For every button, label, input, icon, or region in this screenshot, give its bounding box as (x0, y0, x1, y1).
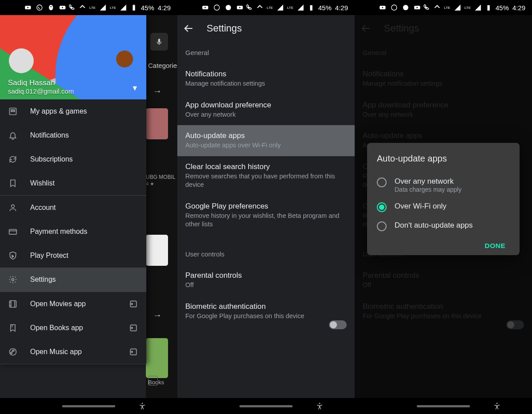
drawer-header[interactable]: Sadiq Hassan sadiq.012@gmail.com ▼ (0, 15, 146, 99)
book-icon (8, 323, 18, 333)
svg-point-30 (226, 5, 231, 10)
svg-point-1 (37, 5, 42, 10)
status-bar: LTE LTE 45% 4:29 (0, 0, 177, 15)
accessibility-icon[interactable] (493, 401, 501, 411)
shield-icon (8, 251, 18, 260)
radio-dont-update[interactable]: Don't auto-update apps (377, 217, 510, 236)
battery-text: 45% (141, 4, 154, 12)
wifi-icon (434, 4, 441, 11)
youtube-icon (202, 4, 209, 11)
signal-icon-2 (474, 4, 481, 11)
signal-icon (277, 4, 284, 11)
svg-point-27 (142, 403, 143, 404)
battery-icon (130, 4, 137, 11)
app-bar: Settings (177, 15, 355, 42)
system-navbar (0, 398, 177, 414)
radio-icon-selected (377, 202, 387, 212)
whatsapp-icon (36, 4, 43, 11)
nav-account[interactable]: Account (0, 196, 146, 220)
system-navbar (177, 398, 355, 414)
home-pill[interactable] (62, 405, 115, 407)
music-icon (8, 347, 18, 357)
biometric-switch[interactable] (329, 320, 347, 329)
svg-rect-5 (158, 39, 160, 43)
arrow-icon-2: → (153, 310, 162, 320)
battery-icon (485, 4, 492, 11)
signal-icon (454, 4, 461, 11)
radio-wifi-only[interactable]: Over Wi-Fi only (377, 197, 510, 217)
svg-point-12 (14, 111, 15, 112)
done-button[interactable]: DONE (480, 238, 510, 253)
status-bar: LTE LTE 45% 4:29 (355, 0, 532, 15)
setting-notifications[interactable]: NotificationsManage notification setting… (177, 63, 355, 95)
card-icon (8, 227, 18, 237)
avatar-secondary[interactable] (116, 51, 133, 67)
nav-label: Payment methods (30, 228, 87, 236)
pane-settings: LTE LTE 45% 4:29 Settings General Notifi… (177, 0, 355, 414)
setting-play-prefs[interactable]: Google Play preferencesRemove history in… (177, 196, 355, 235)
svg-point-35 (391, 5, 397, 10)
nav-label: Open Books app (30, 324, 83, 332)
back-button[interactable] (184, 23, 194, 34)
nav-open-books[interactable]: Open Books app (0, 316, 146, 340)
svg-point-39 (497, 403, 498, 404)
setting-auto-update[interactable]: Auto-update appsAuto-update apps over Wi… (177, 125, 355, 156)
setting-download-pref[interactable]: App download preferenceOver any network (177, 95, 355, 126)
section-user-controls: User controls (177, 243, 355, 265)
whatsapp-icon (391, 4, 398, 11)
uc-icon (225, 4, 232, 11)
nav-open-movies[interactable]: Open Movies app (0, 292, 146, 316)
youtube-icon (379, 4, 386, 11)
accessibility-icon[interactable] (316, 401, 324, 411)
system-navbar (355, 398, 532, 414)
nav-label: My apps & games (30, 107, 87, 115)
wifi-icon (79, 4, 86, 11)
youtube-icon (24, 4, 31, 11)
pane-drawer: LTE LTE 45% 4:29 Categories → UBG MOBIL … (0, 0, 177, 414)
avatar-main[interactable] (9, 48, 34, 73)
bookmark-icon (8, 178, 18, 188)
dialog-title: Auto-update apps (377, 154, 510, 164)
youtube-icon-2 (59, 4, 66, 11)
svg-rect-17 (10, 301, 16, 308)
nav-payment[interactable]: Payment methods (0, 220, 146, 244)
auto-update-dialog: Auto-update apps Over any networkData ch… (367, 143, 520, 255)
nav-label: Settings (30, 276, 56, 284)
nav-label: Open Movies app (30, 300, 86, 308)
wifi-icon (256, 4, 263, 11)
nav-my-apps[interactable]: My apps & games (0, 99, 146, 123)
voice-search-button[interactable] (150, 33, 168, 51)
svg-rect-4 (133, 4, 134, 5)
accessibility-icon[interactable] (138, 401, 146, 411)
categories-tab[interactable]: Categories (148, 62, 177, 69)
user-email: sadiq.012@gmail.com (8, 87, 74, 95)
app-thumbnail-2 (146, 235, 168, 266)
app-thumbnail (146, 108, 168, 139)
setting-biometric[interactable]: Biometric authenticationFor Google Play … (177, 296, 355, 327)
signal-icon-2 (120, 4, 127, 11)
books-icon (148, 376, 158, 386)
svg-point-36 (403, 5, 408, 10)
svg-point-16 (12, 279, 14, 281)
nav-notifications[interactable]: Notifications (0, 123, 146, 147)
dot-icon (70, 7, 72, 8)
setting-clear-search[interactable]: Clear local search historyRemove searche… (177, 156, 355, 196)
svg-rect-14 (9, 229, 17, 234)
film-icon (8, 299, 18, 309)
bell-icon (8, 130, 18, 140)
nav-subscriptions[interactable]: Subscriptions (0, 147, 146, 171)
account-dropdown-icon[interactable]: ▼ (131, 84, 138, 92)
nav-settings[interactable]: Settings (0, 268, 146, 292)
home-pill[interactable] (239, 405, 293, 407)
radio-any-network[interactable]: Over any networkData charges may apply (377, 173, 510, 197)
battery-icon (308, 4, 315, 11)
home-pill[interactable] (417, 405, 470, 407)
nav-label: Open Music app (30, 348, 82, 356)
nav-wishlist[interactable]: Wishlist (0, 171, 146, 195)
svg-rect-3 (133, 5, 135, 11)
setting-parental[interactable]: Parental controlsOff (177, 265, 355, 296)
svg-rect-38 (487, 5, 489, 11)
svg-point-11 (12, 111, 13, 112)
nav-open-music[interactable]: Open Music app (0, 340, 146, 364)
nav-play-protect[interactable]: Play Protect (0, 244, 146, 268)
